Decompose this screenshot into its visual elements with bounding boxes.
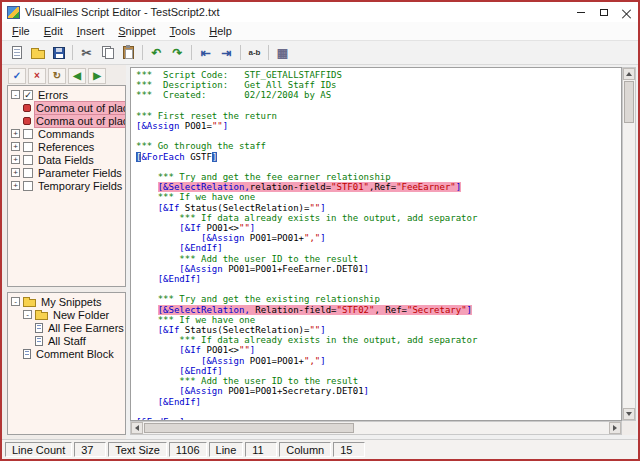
code-line-19[interactable]: *** Add the user ID to the result bbox=[136, 254, 621, 264]
scroll-up-button[interactable] bbox=[623, 68, 635, 80]
tree-label: My Snippets bbox=[39, 296, 104, 308]
expand-icon[interactable]: + bbox=[11, 142, 20, 151]
code-line-31[interactable]: *** Add the user ID to the result bbox=[136, 376, 621, 386]
copy-button[interactable] bbox=[97, 43, 118, 63]
code-line-26[interactable]: [&If Status(SelectRelation)=""] bbox=[136, 325, 621, 335]
expand-icon[interactable]: + bbox=[11, 181, 20, 190]
horizontal-scrollbar[interactable] bbox=[130, 421, 622, 435]
snippets-item-new-folder[interactable]: -New Folder bbox=[8, 308, 125, 321]
code-line-18[interactable]: [&EndIf] bbox=[136, 243, 621, 253]
checkbox[interactable] bbox=[23, 129, 33, 139]
horizontal-scroll-track[interactable] bbox=[143, 422, 609, 434]
checkbox[interactable] bbox=[23, 155, 33, 165]
code-line-4[interactable] bbox=[136, 101, 621, 111]
vertical-scroll-track[interactable] bbox=[623, 80, 635, 408]
code-line-34[interactable] bbox=[136, 407, 621, 417]
code-line-7[interactable] bbox=[136, 131, 621, 141]
checkbox[interactable] bbox=[23, 168, 33, 178]
paste-button[interactable] bbox=[118, 43, 139, 63]
explorer-item-data-fields[interactable]: +Data Fields bbox=[8, 153, 125, 166]
explorer-item-comma-out-of-place[interactable]: Comma out of place bbox=[8, 114, 125, 127]
scroll-left-button[interactable] bbox=[131, 422, 143, 434]
menu-snippet[interactable]: Snippet bbox=[111, 23, 162, 39]
outdent-button[interactable]: ⇤ bbox=[195, 43, 216, 63]
explorer-item-parameter-fields[interactable]: +Parameter Fields bbox=[8, 166, 125, 179]
code-line-16[interactable]: [&If PO01<>""] bbox=[136, 223, 621, 233]
vertical-scrollbar[interactable] bbox=[622, 67, 636, 421]
code-line-21[interactable]: [&EndIf] bbox=[136, 274, 621, 284]
code-line-30[interactable]: [&EndIf] bbox=[136, 366, 621, 376]
code-editor[interactable]: *** Script Code: STF_GETALLSTAFFIDS*** D… bbox=[130, 67, 622, 421]
menu-tools[interactable]: Tools bbox=[163, 23, 203, 39]
explorer-item-errors[interactable]: -✓Errors bbox=[8, 88, 125, 101]
code-line-1[interactable]: *** Script Code: STF_GETALLSTAFFIDS bbox=[136, 70, 621, 80]
code-line-28[interactable]: [&If PO01<>""] bbox=[136, 345, 621, 355]
save-script-button[interactable] bbox=[48, 43, 69, 63]
new-script-button[interactable] bbox=[6, 43, 27, 63]
collapse-icon[interactable]: - bbox=[11, 90, 20, 99]
previous-error-button[interactable]: ◀ bbox=[68, 68, 86, 84]
checkbox[interactable] bbox=[23, 181, 33, 191]
minimize-button[interactable] bbox=[569, 2, 592, 22]
find-replace-button[interactable]: a-b bbox=[244, 43, 265, 63]
expand-icon[interactable]: + bbox=[11, 129, 20, 138]
collapse-icon[interactable]: - bbox=[11, 297, 20, 306]
open-script-button[interactable] bbox=[27, 43, 48, 63]
horizontal-scroll-thumb[interactable] bbox=[144, 423, 354, 433]
code-line-9[interactable]: [&ForEach GSTF] bbox=[136, 152, 621, 162]
menu-edit[interactable]: Edit bbox=[37, 23, 70, 39]
code-line-15[interactable]: *** If data already exists in the output… bbox=[136, 213, 621, 223]
delete-item-button[interactable]: × bbox=[28, 68, 46, 84]
code-line-22[interactable] bbox=[136, 284, 621, 294]
menu-insert[interactable]: Insert bbox=[70, 23, 112, 39]
code-line-3[interactable]: *** Created: 02/12/2004 by AS bbox=[136, 90, 621, 100]
check-script-icon: ✓ bbox=[13, 71, 21, 81]
undo-button[interactable]: ↶ bbox=[146, 43, 167, 63]
cut-button[interactable]: ✂ bbox=[76, 43, 97, 63]
code-line-24[interactable]: [&SelectRelation, Relation-field="STF02"… bbox=[136, 305, 621, 315]
code-line-13[interactable]: *** If we have one bbox=[136, 192, 621, 202]
scroll-right-button[interactable] bbox=[609, 422, 621, 434]
code-line-32[interactable]: [&Assign PO01=PO01+Secretary.DET01] bbox=[136, 386, 621, 396]
code-line-11[interactable]: *** Try and get the fee earner relations… bbox=[136, 172, 621, 182]
explorer-item-temporary-fields[interactable]: +Temporary Fields bbox=[8, 179, 125, 192]
vertical-scroll-thumb[interactable] bbox=[624, 81, 634, 123]
code-line-6[interactable]: [&Assign PO01=""] bbox=[136, 121, 621, 131]
explorer-item-comma-out-of-place[interactable]: Comma out of place bbox=[8, 101, 125, 114]
snippets-item-comment-block[interactable]: Comment Block bbox=[8, 347, 125, 360]
code-line-10[interactable] bbox=[136, 162, 621, 172]
collapse-icon[interactable]: - bbox=[23, 310, 32, 319]
indent-button[interactable]: ⇥ bbox=[216, 43, 237, 63]
expand-icon[interactable]: + bbox=[11, 168, 20, 177]
menu-file[interactable]: File bbox=[5, 23, 37, 39]
code-line-23[interactable]: *** Try and get the existing relationshi… bbox=[136, 294, 621, 304]
scroll-down-button[interactable] bbox=[623, 408, 635, 420]
code-line-2[interactable]: *** Description: Get All Staff IDs bbox=[136, 80, 621, 90]
close-button[interactable] bbox=[615, 2, 638, 22]
code-line-20[interactable]: [&Assign PO01=PO01+FeeEarner.DET01] bbox=[136, 264, 621, 274]
next-error-button[interactable]: ▶ bbox=[88, 68, 106, 84]
explorer-item-commands[interactable]: +Commands bbox=[8, 127, 125, 140]
checkbox[interactable]: ✓ bbox=[23, 90, 33, 100]
code-line-8[interactable]: *** Go through the staff bbox=[136, 141, 621, 151]
code-line-25[interactable]: *** If we have one bbox=[136, 315, 621, 325]
snippets-item-my-snippets[interactable]: -My Snippets bbox=[8, 295, 125, 308]
snippets-item-all-fee-earners[interactable]: All Fee Earners bbox=[8, 321, 125, 334]
code-line-29[interactable]: [&Assign PO01=PO01+","] bbox=[136, 356, 621, 366]
menu-help[interactable]: Help bbox=[202, 23, 239, 39]
code-line-27[interactable]: *** If data already exists in the output… bbox=[136, 335, 621, 345]
code-line-17[interactable]: [&Assign PO01=PO01+","] bbox=[136, 233, 621, 243]
code-line-12[interactable]: [&SelectRelation,relation-field="STF01",… bbox=[136, 182, 621, 192]
maximize-button[interactable] bbox=[592, 2, 615, 22]
refresh-list-button[interactable]: ↻ bbox=[48, 68, 66, 84]
expand-icon[interactable]: + bbox=[11, 155, 20, 164]
explorer-item-references[interactable]: +References bbox=[8, 140, 125, 153]
code-line-14[interactable]: [&If Status(SelectRelation)=""] bbox=[136, 203, 621, 213]
redo-button[interactable]: ↷ bbox=[167, 43, 188, 63]
code-line-33[interactable]: [&EndIf] bbox=[136, 397, 621, 407]
check-script-button[interactable]: ✓ bbox=[8, 68, 26, 84]
snippets-item-all-staff[interactable]: All Staff bbox=[8, 334, 125, 347]
snippet-manager-button[interactable]: ▦ bbox=[272, 43, 293, 63]
code-line-5[interactable]: *** First reset the return bbox=[136, 111, 621, 121]
checkbox[interactable] bbox=[23, 142, 33, 152]
